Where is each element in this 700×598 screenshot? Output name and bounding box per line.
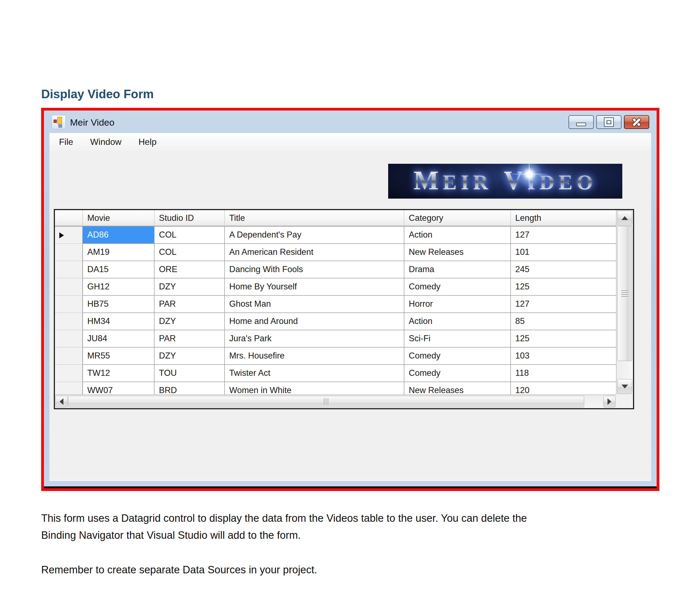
cell-category[interactable]: Drama xyxy=(404,261,511,279)
cell-length[interactable]: 125 xyxy=(511,330,616,347)
cell-category[interactable]: Comedy xyxy=(404,347,511,365)
cell-category[interactable]: New Releases xyxy=(404,244,511,261)
column-header-title[interactable]: Title xyxy=(225,210,404,227)
grid-corner-header[interactable] xyxy=(55,210,83,227)
arrow-right-icon xyxy=(607,398,611,405)
cell-category[interactable]: Action xyxy=(404,227,511,244)
cell-title[interactable]: Home and Around xyxy=(225,313,404,330)
page: { "doc": { "heading": "Display Video For… xyxy=(0,0,700,598)
cell-studio-id[interactable]: PAR xyxy=(154,330,225,347)
row-header[interactable] xyxy=(55,365,83,382)
cell-movie[interactable]: HB75 xyxy=(83,296,154,313)
row-header[interactable] xyxy=(55,347,83,365)
minimize-icon xyxy=(576,123,586,126)
grid-row: AD86COLA Dependent's PayAction127 xyxy=(55,227,616,244)
menu-item-help[interactable]: Help xyxy=(139,137,156,147)
scroll-up-button[interactable] xyxy=(617,211,632,226)
scroll-right-button[interactable] xyxy=(603,396,616,407)
scroll-left-button[interactable] xyxy=(55,396,68,407)
paragraph-line: Remember to create separate Data Sources… xyxy=(41,561,317,578)
grid-header-row: Movie Studio ID Title Category Length xyxy=(55,210,616,227)
cell-length[interactable]: 103 xyxy=(511,347,616,365)
minimize-button[interactable] xyxy=(569,115,594,129)
cell-title[interactable]: Jura's Park xyxy=(225,330,404,347)
cell-title[interactable]: Home By Yourself xyxy=(225,279,404,296)
logo-text: MEIR VIDEO xyxy=(414,166,597,196)
cell-category[interactable]: Sci-Fi xyxy=(404,330,511,347)
cell-studio-id[interactable]: ORE xyxy=(154,261,225,279)
cell-studio-id[interactable]: BRD xyxy=(154,382,225,394)
app-icon-red-square xyxy=(53,120,57,123)
cell-category[interactable]: Comedy xyxy=(404,365,511,382)
cell-title[interactable]: Women in White xyxy=(225,382,404,394)
menu-item-window[interactable]: Window xyxy=(90,137,122,147)
scroll-down-button[interactable] xyxy=(617,379,632,394)
logo-word-meir: MEIR xyxy=(414,166,492,196)
cell-studio-id[interactable]: COL xyxy=(154,227,225,244)
row-header[interactable] xyxy=(55,382,83,394)
arrow-up-icon xyxy=(622,216,628,220)
window-titlebar[interactable]: Meir Video xyxy=(44,110,657,133)
row-header[interactable] xyxy=(55,227,83,244)
cell-studio-id[interactable]: DZY xyxy=(154,313,225,330)
maximize-button[interactable] xyxy=(596,115,622,129)
row-header[interactable] xyxy=(55,296,83,313)
cell-title[interactable]: An American Resident xyxy=(225,244,404,261)
cell-title[interactable]: Ghost Man xyxy=(225,296,404,313)
paragraph-datagrid-note: This form uses a Datagrid control to dis… xyxy=(41,510,527,544)
cell-length[interactable]: 120 xyxy=(511,382,616,394)
cell-category[interactable]: Horror xyxy=(404,296,511,313)
current-row-arrow-icon xyxy=(59,232,64,238)
row-header[interactable] xyxy=(55,313,83,330)
cell-studio-id[interactable]: DZY xyxy=(154,347,225,365)
row-header[interactable] xyxy=(55,244,83,261)
paragraph-line: This form uses a Datagrid control to dis… xyxy=(41,510,527,527)
cell-movie[interactable]: MR55 xyxy=(83,347,154,365)
horizontal-scrollbar[interactable] xyxy=(55,394,616,408)
cell-title[interactable]: Dancing With Fools xyxy=(225,261,404,279)
cell-movie[interactable]: DA15 xyxy=(83,261,154,279)
close-button[interactable] xyxy=(624,115,649,129)
scrollbar-corner xyxy=(616,394,633,408)
cell-length[interactable]: 127 xyxy=(511,227,616,244)
cell-movie[interactable]: TW12 xyxy=(83,365,154,382)
vertical-scrollbar[interactable] xyxy=(616,210,633,394)
cell-studio-id[interactable]: COL xyxy=(154,244,225,261)
cell-length[interactable]: 101 xyxy=(511,244,616,261)
cell-movie[interactable]: HM34 xyxy=(83,313,154,330)
cell-length[interactable]: 85 xyxy=(511,313,616,330)
cell-studio-id[interactable]: TOU xyxy=(154,365,225,382)
cell-title[interactable]: A Dependent's Pay xyxy=(225,227,404,244)
grid-row: MR55DZYMrs. HousefireComedy103 xyxy=(55,347,616,365)
cell-studio-id[interactable]: PAR xyxy=(154,296,225,313)
grid-rows: AD86COLA Dependent's PayAction127AM19COL… xyxy=(55,227,616,394)
vertical-scrollbar-thumb[interactable] xyxy=(617,226,632,361)
cell-studio-id[interactable]: DZY xyxy=(154,279,225,296)
menu-item-file[interactable]: File xyxy=(59,137,73,147)
cell-length[interactable]: 245 xyxy=(511,261,616,279)
cell-title[interactable]: Mrs. Housefire xyxy=(225,347,404,365)
row-header[interactable] xyxy=(55,279,83,296)
row-header[interactable] xyxy=(55,330,83,347)
window-bottom-edge xyxy=(44,486,657,488)
cell-movie[interactable]: WW07 xyxy=(83,382,154,394)
cell-category[interactable]: Comedy xyxy=(404,279,511,296)
horizontal-scrollbar-thumb[interactable] xyxy=(68,396,584,407)
cell-length[interactable]: 127 xyxy=(511,296,616,313)
cell-movie[interactable]: AM19 xyxy=(83,244,154,261)
column-header-category[interactable]: Category xyxy=(404,210,511,227)
cell-length[interactable]: 118 xyxy=(511,365,616,382)
cell-category[interactable]: Action xyxy=(404,313,511,330)
column-header-movie[interactable]: Movie xyxy=(83,210,154,227)
cell-length[interactable]: 125 xyxy=(511,279,616,296)
cell-movie[interactable]: AD86 xyxy=(83,227,154,244)
column-header-length[interactable]: Length xyxy=(511,210,616,227)
cell-movie[interactable]: GH12 xyxy=(83,279,154,296)
column-header-studio-id[interactable]: Studio ID xyxy=(154,210,225,227)
cell-category[interactable]: New Releases xyxy=(404,382,511,394)
cell-title[interactable]: Twister Act xyxy=(225,365,404,382)
window-title: Meir Video xyxy=(70,117,115,128)
row-header[interactable] xyxy=(55,261,83,279)
cell-movie[interactable]: JU84 xyxy=(83,330,154,347)
app-icon-yellow-square xyxy=(57,117,62,124)
